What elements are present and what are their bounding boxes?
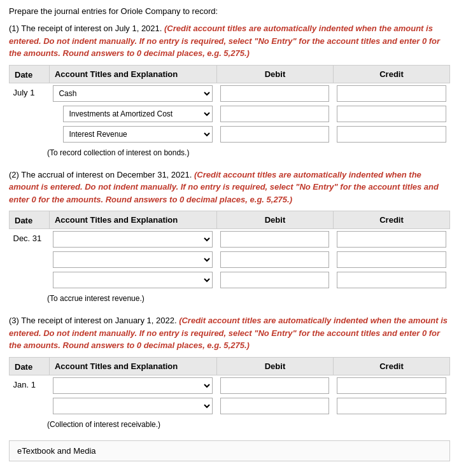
debit-input-2-3[interactable] [220,272,329,288]
section1-table: Date Account Titles and Explanation Debi… [9,65,450,144]
account-select-1-1[interactable]: Cash [53,85,213,102]
account-select-3-1[interactable] [53,377,213,394]
credit-input-2-3[interactable] [337,272,446,288]
header-debit: Debit [216,65,333,83]
debit-input-2-2[interactable] [220,251,329,268]
table-row [10,396,450,416]
date-cell: Jan. 1 [10,375,50,396]
header-date: Date [10,65,50,83]
section2-table: Date Account Titles and Explanation Debi… [9,211,450,290]
table-row: Dec. 31 [10,229,450,250]
account-select-1-2[interactable]: Investments at Amortized Cost [63,106,213,122]
section1-text: The receipt of interest on July 1, 2021. [21,24,164,33]
credit-input-1-3[interactable] [337,126,446,143]
header-debit: Debit [216,211,333,229]
table-row: Investments at Amortized Cost [10,104,450,124]
header-credit: Credit [333,211,449,229]
header-account: Account Titles and Explanation [49,65,216,83]
section1-number: (1) [9,24,19,33]
credit-input-3-1[interactable] [337,377,446,394]
credit-input-1-1[interactable] [337,85,446,102]
credit-input-1-2[interactable] [337,106,446,122]
header-debit: Debit [216,357,333,375]
section3-text: The receipt of interest on January 1, 20… [21,316,179,325]
table-row: Jan. 1 [10,375,450,396]
etextbook-bar[interactable]: eTextbook and Media [9,440,450,461]
table-row: Interest Revenue [10,124,450,144]
account-select-2-3[interactable] [53,272,213,288]
table-row: July 1 Cash [10,83,450,104]
section2-text: The accrual of interest on December 31, … [21,170,194,179]
etextbook-label: eTextbook and Media [17,446,96,456]
debit-input-1-3[interactable] [220,126,329,143]
section1-note: (To record collection of interest on bon… [9,148,450,157]
header-date: Date [10,357,50,375]
date-cell: July 1 [10,83,50,104]
section-1: (1) The receipt of interest on July 1, 2… [9,22,450,157]
account-select-1-3[interactable]: Interest Revenue [63,126,213,143]
section2-note: (To accrue interest revenue.) [9,294,450,303]
credit-input-3-2[interactable] [337,398,446,414]
header-credit: Credit [333,357,449,375]
header-account: Account Titles and Explanation [49,357,216,375]
date-cell: Dec. 31 [10,229,50,250]
section2-number: (2) [9,170,19,179]
header-date: Date [10,211,50,229]
section3-number: (3) [9,316,19,325]
debit-input-1-2[interactable] [220,106,329,122]
debit-input-3-1[interactable] [220,377,329,394]
header-account: Account Titles and Explanation [49,211,216,229]
header-credit: Credit [333,65,449,83]
table-row [10,270,450,290]
credit-input-2-2[interactable] [337,251,446,268]
section3-table: Date Account Titles and Explanation Debi… [9,357,450,416]
section-3: (3) The receipt of interest on January 1… [9,314,450,429]
credit-input-2-1[interactable] [337,231,446,248]
account-select-2-1[interactable] [53,231,213,248]
debit-input-3-2[interactable] [220,398,329,414]
intro-instruction: Prepare the journal entries for Oriole C… [9,6,450,16]
account-select-2-2[interactable] [53,251,213,268]
account-select-3-2[interactable] [53,398,213,414]
debit-input-2-1[interactable] [220,231,329,248]
table-row [10,249,450,270]
debit-input-1-1[interactable] [220,85,329,102]
section3-note: (Collection of interest receivable.) [9,420,450,429]
section-2: (2) The accrual of interest on December … [9,169,450,304]
